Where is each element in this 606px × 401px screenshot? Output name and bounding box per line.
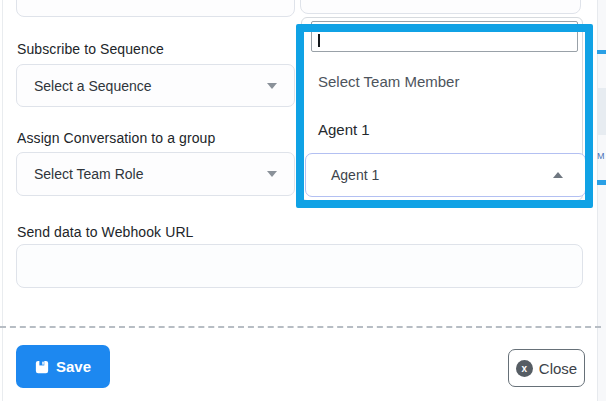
team-role-select-value: Select Team Role [34, 166, 143, 182]
save-button[interactable]: Save [16, 345, 110, 388]
edge-text-fragment: M [597, 151, 605, 161]
close-icon: x [516, 360, 533, 377]
dropdown-option-select-team-member[interactable]: Select Team Member [318, 73, 459, 90]
text-cursor [318, 34, 320, 47]
footer-dashed-divider [0, 326, 601, 328]
subscribe-sequence-label: Subscribe to Sequence [17, 41, 164, 57]
chevron-up-icon [553, 172, 563, 178]
top-field-left-partial[interactable] [16, 0, 295, 17]
chevron-down-icon [267, 171, 277, 177]
chevron-down-icon [267, 83, 277, 89]
webhook-url-label: Send data to Webhook URL [17, 224, 193, 240]
save-button-label: Save [56, 358, 91, 375]
edge-grey-block [598, 88, 606, 135]
close-button-label: Close [539, 360, 577, 377]
save-icon [35, 360, 49, 374]
top-field-right-partial[interactable] [300, 0, 581, 14]
edge-blue-bar-bottom [597, 180, 606, 185]
modal-left-border [2, 0, 3, 401]
close-button[interactable]: x Close [508, 349, 585, 387]
team-member-select-value: Agent 1 [331, 167, 379, 183]
sequence-select[interactable]: Select a Sequence [16, 64, 295, 107]
webhook-url-input[interactable] [16, 244, 583, 288]
edge-blue-bar-top [597, 50, 606, 54]
team-member-search-input[interactable] [311, 21, 578, 52]
team-member-select[interactable]: Agent 1 [305, 153, 586, 197]
team-role-select[interactable]: Select Team Role [16, 152, 295, 196]
assign-group-label: Assign Conversation to a group [17, 130, 215, 146]
right-edge-sliver [597, 0, 606, 401]
dropdown-option-agent-1[interactable]: Agent 1 [318, 121, 370, 138]
sequence-select-value: Select a Sequence [34, 78, 152, 94]
